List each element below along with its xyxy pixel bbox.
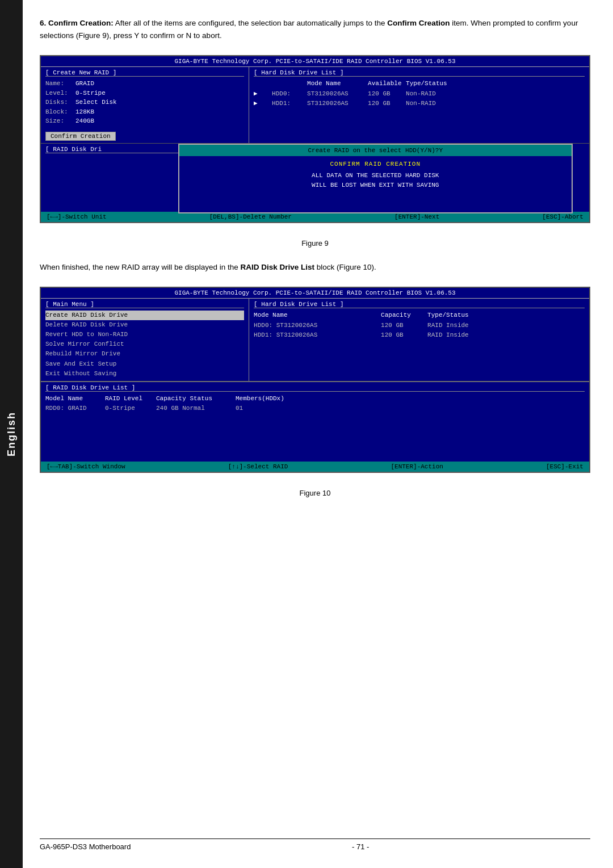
bios9-right-header: [ Hard Disk Drive List ]: [254, 69, 585, 77]
bios9-hdd-header: Mode Name Available Type/Status: [254, 79, 585, 89]
hdd1-size: 120 GB: [368, 99, 399, 109]
b10-hdd1-status: RAID Inside: [427, 330, 469, 340]
bios9-top-panels: [ Create New RAID ] Name: GRAID Level: 0…: [41, 67, 589, 144]
hdd-row-1: ▶ HDD1: ST3120026AS 120 GB Non-RAID: [254, 99, 585, 109]
hdd0-size: 120 GB: [368, 89, 399, 99]
menu-exit-nosave[interactable]: Exit Without Saving: [45, 369, 244, 379]
bios9-field-block: Block: 128KB: [45, 107, 244, 117]
bios10-raid-list-header: Model Name RAID Level Capacity Status Me…: [45, 394, 585, 404]
field-disks-label: Disks:: [45, 98, 71, 107]
field-size-value: 240GB: [75, 116, 94, 126]
confirm-creation-button[interactable]: Confirm Creation: [45, 132, 116, 141]
b10-hdd0-blank: [340, 321, 374, 330]
b10-col-typestatus: Type/Status: [427, 311, 469, 321]
status-switch: [←→]-Switch Unit: [47, 213, 107, 220]
bios10-bottom-header: [ RAID Disk Drive List ]: [45, 384, 585, 392]
b10-col-modename: Mode Name: [254, 311, 333, 321]
hdd0-id: HDD0:: [272, 89, 300, 99]
bios9-right-panel: [ Hard Disk Drive List ] Mode Name Avail…: [249, 67, 589, 143]
section2-text-before: When finished, the new RAID array will b…: [40, 263, 240, 271]
sidebar: English: [0, 0, 23, 868]
figure9-bios-screen: GIGA-BYTE Technology Corp. PCIE-to-SATAI…: [40, 55, 590, 223]
field-name-label: Name:: [45, 79, 71, 89]
menu-rebuild-mirror[interactable]: Rebuild Mirror Drive: [45, 349, 244, 359]
raid-col-model: Model Name: [45, 394, 99, 404]
raid-row0-level: 0-Stripe: [105, 404, 150, 414]
b10-col-blank: [340, 311, 374, 321]
bios10-hdd-row1: HDD1: ST3120026AS 120 GB RAID Inside: [254, 330, 585, 340]
bios9-middle-section: [ RAID Disk Dri Create RAID on the selec…: [41, 144, 589, 212]
b10-hdd0-id-name: HDD0: ST3120026AS: [254, 321, 333, 330]
menu-create-raid[interactable]: Create RAID Disk Drive: [45, 311, 244, 320]
bios10-right-panel: [ Hard Disk Drive List ] Mode Name Capac…: [249, 299, 589, 380]
bios9-field-size: Size: 240GB: [45, 116, 244, 126]
menu-solve-mirror[interactable]: Solve Mirror Conflict: [45, 339, 244, 349]
hdd-col-blank2: [272, 79, 300, 89]
hdd0-name: ST3120026AS: [307, 89, 361, 99]
status10-esc: [ESC]-Exit: [546, 463, 583, 470]
field-block-value: 128KB: [75, 107, 94, 117]
figure10-bios-screen: GIGA-BYTE Technology Corp. PCIE-to-SATAI…: [40, 287, 590, 473]
field-disks-value: Select Disk: [75, 98, 117, 107]
status10-switch: [←→TAB]-Switch Window: [47, 463, 125, 470]
field-name-value: GRAID: [75, 79, 94, 89]
raid-row0-capacity: 240 GB Normal: [156, 404, 230, 414]
confirm-creation-label2: Confirm Creation: [387, 19, 450, 27]
b10-hdd1-size: 120 GB: [381, 330, 421, 340]
bios9-left-panel: [ Create New RAID ] Name: GRAID Level: 0…: [41, 67, 249, 143]
hdd1-status: Non-RAID: [406, 99, 436, 109]
popup-confirm-title: CONFIRM RAID CREATION: [185, 161, 566, 167]
footer-bar: GA-965P-DS3 Motherboard - 71 -: [40, 838, 590, 851]
main-content: 6. Confirm Creation: After all of the it…: [23, 0, 613, 868]
hdd1-id: HDD1:: [272, 99, 300, 109]
bios10-left-panel: [ Main Menu ] Create RAID Disk Drive Del…: [41, 299, 249, 380]
section1-intro: 6. Confirm Creation: After all of the it…: [40, 17, 590, 41]
popup-confirm-line1: ALL DATA ON THE SELECTED HARD DISK: [185, 171, 566, 181]
bios10-status-bar: [←→TAB]-Switch Window [↑↓]-Select RAID […: [41, 462, 589, 472]
footer-center: - 71 -: [352, 842, 369, 851]
bios10-hdd-header: Mode Name Capacity Type/Status: [254, 311, 585, 321]
bios10-title: GIGA-BYTE Technology Corp. PCIE-to-SATAI…: [41, 288, 589, 299]
hdd-col-available: Available: [368, 79, 399, 89]
hdd-col-typestatus: Type/Status: [406, 79, 447, 89]
menu-revert-hdd[interactable]: Revert HDD to Non-RAID: [45, 330, 244, 339]
field-level-value: 0-Stripe: [75, 89, 106, 98]
hdd0-status: Non-RAID: [406, 89, 436, 99]
b10-hdd1-id-name: HDD1: ST3120026AS: [254, 330, 333, 340]
hdd-row-0: ▶ HDD0: ST3120026AS 120 GB Non-RAID: [254, 89, 585, 99]
raid-row0-members: 01: [236, 404, 243, 414]
bios10-raid-row0: RDD0: GRAID 0-Stripe 240 GB Normal 01: [45, 404, 585, 414]
hdd-col-blank: [254, 79, 265, 89]
b10-hdd0-size: 120 GB: [381, 321, 421, 330]
popup-confirm-line2: WILL BE LOST WHEN EXIT WITH SAVING: [185, 181, 566, 191]
hdd0-arrow: ▶: [254, 89, 265, 99]
confirm-creation-label: Confirm Creation:: [48, 19, 114, 27]
sidebar-label: English: [6, 412, 18, 456]
bios10-top-panels: [ Main Menu ] Create RAID Disk Drive Del…: [41, 299, 589, 381]
confirm-popup: Create RAID on the select HDD(Y/N)?Y CON…: [178, 144, 573, 213]
b10-hdd0-status: RAID Inside: [427, 321, 469, 330]
bios10-bottom-panel: [ RAID Disk Drive List ] Model Name RAID…: [41, 381, 589, 462]
status-delete: [DEL,BS]-Delete Number: [209, 213, 292, 220]
raid-col-members: Members(HDDx): [236, 394, 284, 404]
raid-col-capacity: Capacity Status: [156, 394, 230, 404]
bios9-field-disks: Disks: Select Disk: [45, 98, 244, 107]
status10-select: [↑↓]-Select RAID: [228, 463, 288, 470]
raid-col-level: RAID Level: [105, 394, 150, 404]
hdd-col-modename: Mode Name: [307, 79, 361, 89]
bios9-field-name: Name: GRAID: [45, 79, 244, 89]
menu-save-exit[interactable]: Save And Exit Setup: [45, 359, 244, 369]
popup-confirm-section: CONFIRM RAID CREATION ALL DATA ON THE SE…: [179, 156, 572, 195]
menu-delete-raid[interactable]: Delete RAID Disk Drive: [45, 320, 244, 330]
field-block-label: Block:: [45, 107, 71, 117]
bios9-field-level: Level: 0-Stripe: [45, 89, 244, 98]
bios9-left-header: [ Create New RAID ]: [45, 69, 244, 77]
step-number: 6.: [40, 19, 46, 27]
footer-left: GA-965P-DS3 Motherboard: [40, 842, 131, 851]
figure9-label: Figure 9: [40, 239, 590, 248]
field-size-label: Size:: [45, 116, 71, 126]
bios10-hdd-row0: HDD0: ST3120026AS 120 GB RAID Inside: [254, 321, 585, 330]
popup-prompt: Create RAID on the select HDD(Y/N)?Y: [179, 145, 572, 156]
status10-action: [ENTER]-Action: [391, 463, 443, 470]
section2-bold: RAID Disk Drive List: [240, 263, 314, 271]
